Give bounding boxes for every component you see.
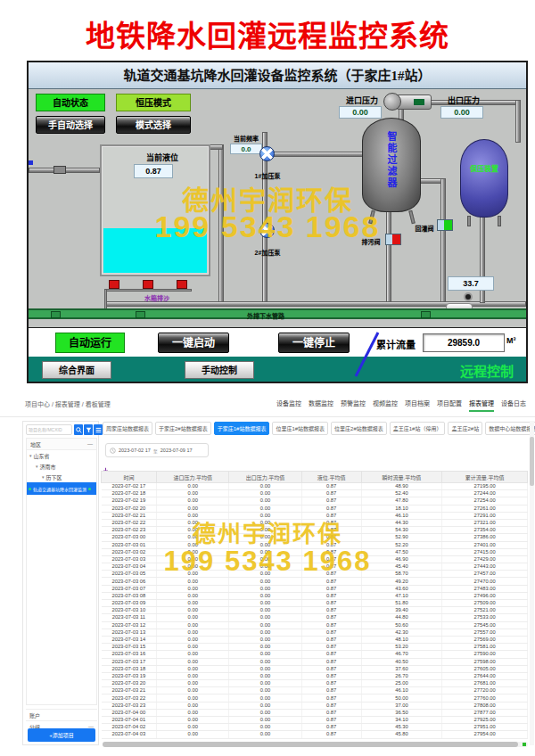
sand-drain-valve[interactable] — [109, 280, 119, 289]
table-row[interactable]: 2023-07-04 020.000.000.8745.3027951.00 — [102, 724, 528, 731]
vertical-scrollbar[interactable] — [530, 421, 534, 745]
collapse-icon[interactable]: — — [87, 441, 93, 447]
table-cell: 0.00 — [157, 607, 229, 614]
nav-item[interactable]: 设备日志 — [501, 399, 526, 412]
table-row[interactable]: 2023-07-03 070.000.000.8743.6027483.00 — [102, 585, 528, 592]
table-cell: 0.00 — [229, 644, 301, 651]
table-row[interactable]: 2023-07-02 210.000.000.8746.1027291.00 — [102, 512, 528, 519]
table-row[interactable]: 2023-07-03 040.000.000.8745.4027443.00 — [102, 563, 528, 571]
menu-icon — [95, 427, 102, 433]
project-search-input[interactable] — [26, 424, 72, 435]
station-tab[interactable]: 于家庄1#站数据报表 — [214, 422, 270, 435]
nav-item[interactable]: 项目配置 — [437, 399, 462, 412]
tree-item[interactable]: ▾历下区 — [27, 472, 96, 482]
manual-control-button[interactable]: 手动控制 — [185, 361, 254, 379]
table-row[interactable]: 2023-07-03 190.000.000.8726.7027644.00 — [102, 672, 528, 679]
table-row[interactable]: 2023-07-03 060.000.000.8749.2027470.00 — [102, 578, 528, 585]
drain-valve-indicator[interactable] — [385, 234, 401, 245]
table-row[interactable]: 2023-07-03 050.000.000.8758.7027457.00 — [102, 571, 528, 578]
station-tab[interactable]: 数据中心站数据报表 — [485, 422, 535, 435]
feed-valve[interactable] — [54, 166, 66, 174]
region-tree: ▾山东省▾济南市▾历下区轨道交通基坑降水回灌监测 — [27, 450, 96, 495]
table-cell: 0.00 — [157, 731, 229, 738]
date-start[interactable]: 2023-07-02 17 — [119, 448, 151, 453]
station-tab[interactable]: 周家庄站数据报表 — [103, 422, 152, 435]
table-row[interactable]: 2023-07-03 200.000.000.8725.0027681.00 — [102, 680, 528, 687]
table-row[interactable]: 2023-07-04 030.000.000.8745.8027954.00 — [102, 731, 528, 738]
auto-run-button[interactable]: 自动运行 — [55, 333, 125, 353]
tree-item[interactable]: ▾济南市 — [27, 461, 96, 472]
table-row[interactable]: 2023-07-03 140.000.000.8748.1027569.00 — [102, 636, 528, 643]
constant-pressure-mode-button[interactable]: 恒压模式 — [116, 94, 191, 111]
table-row[interactable]: 2023-07-03 000.000.000.8752.9027386.00 — [102, 534, 528, 541]
table-row[interactable]: 2023-07-02 170.000.000.8748.9027195.00 — [102, 483, 528, 490]
table-cell: 2023-07-03 05 — [102, 571, 157, 578]
table-cell: 54.30 — [361, 527, 442, 534]
list-button[interactable] — [94, 424, 103, 435]
table-row[interactable]: 2023-07-03 170.000.000.8740.5027598.00 — [102, 658, 528, 665]
table-row[interactable]: 2023-07-03 150.000.000.8753.2027581.00 — [102, 644, 528, 651]
add-project-button[interactable]: +添加项目 — [28, 728, 95, 742]
table-row[interactable]: 2023-07-02 180.000.000.8752.4027244.00 — [102, 490, 528, 497]
station-tab[interactable]: 孟王庄1#站（停用） — [390, 422, 446, 435]
nav-item[interactable]: 报表管理 — [469, 399, 494, 412]
nav-item[interactable]: 预警监控 — [341, 399, 366, 412]
table-cell: 0.00 — [157, 505, 229, 512]
date-end[interactable]: 2023-07-09 17 — [160, 448, 193, 453]
table-row[interactable]: 2023-07-03 220.000.000.8750.0027760.00 — [102, 694, 528, 702]
table-row[interactable]: 2023-07-03 230.000.000.8737.0027808.00 — [102, 702, 528, 709]
date-range-picker[interactable]: 2023-07-02 17 至 2023-07-09 17 — [105, 443, 209, 457]
table-cell: 2023-07-02 21 — [102, 512, 157, 519]
table-cell: 0.00 — [157, 483, 229, 490]
table-row[interactable]: 2023-07-03 020.000.000.8747.5027415.00 — [102, 548, 528, 555]
table-row[interactable]: 2023-07-04 010.000.000.8734.1027925.00 — [102, 717, 528, 724]
table-cell: 27321.00 — [442, 519, 528, 526]
nav-item[interactable]: 设备监控 — [276, 399, 301, 412]
table-row[interactable]: 2023-07-02 220.000.000.8744.3027321.00 — [102, 519, 528, 526]
table-cell: 0.87 — [301, 629, 361, 636]
table-row[interactable]: 2023-07-03 100.000.000.8739.4027521.00 — [102, 607, 528, 614]
search-button[interactable] — [74, 424, 83, 435]
table-row[interactable]: 2023-07-03 080.000.000.8747.1027496.00 — [102, 592, 528, 599]
one-key-start-button[interactable]: 一键启动 — [158, 333, 229, 353]
one-key-stop-button[interactable]: 一键停止 — [278, 333, 350, 353]
table-row[interactable]: 2023-07-03 130.000.000.8742.3027557.00 — [102, 629, 528, 636]
overview-page-button[interactable]: 综合界面 — [42, 361, 111, 379]
table-row[interactable]: 2023-07-02 230.000.000.8754.3027354.00 — [102, 527, 528, 534]
table-row[interactable]: 2023-07-03 160.000.000.8746.7027590.00 — [102, 651, 528, 658]
station-tab[interactable]: 于家庄2#站数据报表 — [155, 422, 211, 435]
scada-bottom-bar: 综合界面 手动控制 远程控制 — [29, 357, 526, 382]
tree-item[interactable]: ▾山东省 — [27, 450, 96, 461]
table-row[interactable]: 2023-07-04 000.000.000.8736.5027877.00 — [102, 709, 528, 716]
table-row[interactable]: 2023-07-03 030.000.000.8746.9027429.00 — [102, 555, 528, 563]
auto-state-button[interactable]: 自动状态 — [36, 94, 105, 111]
mode-select-button[interactable]: 模式选择 — [116, 116, 191, 134]
table-row[interactable]: 2023-07-02 190.000.000.8747.8027254.00 — [102, 497, 528, 505]
table-row[interactable]: 2023-07-03 180.000.000.8737.6027605.00 — [102, 665, 528, 672]
booster-pump-icon — [383, 92, 432, 113]
nav-item[interactable]: 项目档案 — [405, 399, 430, 412]
filter-button[interactable] — [84, 424, 93, 435]
nav-item[interactable]: 视频监控 — [373, 399, 398, 412]
horizontal-scrollbar[interactable] — [103, 742, 528, 747]
table-row[interactable]: 2023-07-02 200.000.000.8718.1027261.00 — [102, 505, 528, 512]
table-row[interactable]: 2023-07-03 010.000.000.8752.2027401.00 — [102, 541, 528, 548]
scrollbar-thumb[interactable] — [530, 437, 534, 486]
station-tab[interactable]: 位里庄2#站数据报表 — [331, 422, 387, 435]
tree-item[interactable]: 轨道交通基坑降水回灌监测 — [27, 482, 96, 495]
manual-auto-select-button[interactable]: 手自动选择 — [36, 116, 105, 134]
recharge-valve-indicator[interactable] — [437, 219, 453, 231]
station-tab[interactable]: 位里庄1#站数据报表 — [272, 422, 328, 435]
sand-drain-valve[interactable] — [143, 280, 153, 289]
table-row[interactable]: 2023-07-03 110.000.000.8744.8027533.00 — [102, 614, 528, 621]
table-row[interactable]: 2023-07-03 090.000.000.8751.8027509.00 — [102, 600, 528, 607]
station-tab[interactable]: 孟王庄2#站 — [448, 422, 482, 435]
pump2-icon[interactable] — [259, 223, 275, 238]
nav-item[interactable]: 数据监控 — [309, 399, 333, 412]
pump1-icon[interactable] — [259, 146, 275, 161]
table-row[interactable]: 2023-07-03 210.000.000.8746.1027720.00 — [102, 687, 528, 694]
scrollbar-thumb[interactable] — [103, 742, 518, 747]
sand-drain-valve[interactable] — [177, 280, 187, 289]
account-label[interactable]: 账户 — [29, 711, 40, 719]
table-row[interactable]: 2023-07-03 120.000.000.8750.6027545.00 — [102, 621, 528, 629]
